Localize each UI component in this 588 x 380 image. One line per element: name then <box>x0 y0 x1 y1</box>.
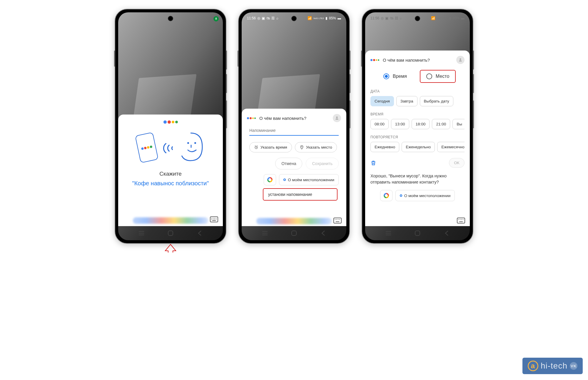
status-time: 11:56 <box>247 16 256 20</box>
time-pill[interactable]: 08:00 <box>370 119 389 129</box>
repeat-pill-monthly[interactable]: Ежемесячно <box>437 142 465 152</box>
android-nav-bar <box>242 226 346 240</box>
annotation-highlight-box: Место <box>420 70 456 83</box>
delete-icon[interactable] <box>370 160 376 166</box>
battery-label: 85% <box>452 16 460 20</box>
location-suggestion-chip[interactable]: О моём местоположении <box>395 190 455 201</box>
shopping-icon: 🛍 <box>266 16 270 20</box>
keyboard-icon[interactable] <box>210 216 218 223</box>
alarm-icon <box>254 145 258 149</box>
home-button[interactable] <box>291 230 297 236</box>
radio-time-option[interactable]: Время <box>379 70 411 83</box>
home-button[interactable] <box>167 230 174 236</box>
time-pill[interactable]: 18:00 <box>412 119 430 129</box>
chart-icon: ⛓ <box>395 16 398 20</box>
battery-label: 85% <box>329 16 336 20</box>
annotation-highlight-box: установи напоминание <box>263 188 338 201</box>
reminder-input[interactable] <box>249 135 339 136</box>
radio-place-option[interactable]: Место <box>421 71 455 82</box>
set-reminder-suggestion[interactable]: установи напоминание <box>264 189 316 199</box>
svg-rect-18 <box>334 218 341 223</box>
reminder-input-label: Напоминание <box>249 128 339 133</box>
date-section-label: ДАТА <box>370 89 465 93</box>
recents-button[interactable] <box>138 230 145 236</box>
date-options-row: Сегодня Завтра Выбрать дату <box>370 96 465 106</box>
shopping-icon: 🛍 <box>390 16 393 20</box>
back-button[interactable] <box>196 230 203 236</box>
set-time-chip[interactable]: Указать время <box>249 142 292 152</box>
date-pill-choose[interactable]: Выбрать дату <box>420 96 453 106</box>
google-g-icon <box>267 177 273 182</box>
reminder-sheet: О чём вам напомнить? Напоминание Указать… <box>242 109 346 226</box>
svg-point-1 <box>194 142 196 144</box>
network-label: VoG LTE2 <box>313 17 324 20</box>
location-dot-icon <box>283 179 286 181</box>
profile-avatar[interactable] <box>333 114 341 122</box>
sheet-title: О чём вам напомнить? <box>383 58 453 63</box>
phone-mockup-2: 11:56 ◎ ▣ 🛍 ⛓ ⌕ 📶 VoG LTE2 ▮ 85% ▬ <box>238 9 350 244</box>
assistant-illustration <box>132 131 209 163</box>
svg-rect-28 <box>457 218 465 223</box>
date-pill-tomorrow[interactable]: Завтра <box>396 96 417 106</box>
time-pill[interactable]: 21:00 <box>432 119 450 129</box>
reminder-detail-sheet: О чём вам напомнить? Время <box>365 51 470 226</box>
signal-icon: ▮ <box>325 16 328 20</box>
repeat-section-label: ПОВТОРЯЕТСЯ <box>370 135 465 139</box>
annotation-arrow-home <box>164 244 177 253</box>
svg-rect-37 <box>415 231 420 236</box>
google-assistant-logo <box>247 117 256 119</box>
keyboard-icon[interactable] <box>457 217 465 224</box>
ok-button[interactable]: OK <box>449 158 465 168</box>
svg-rect-3 <box>210 217 218 222</box>
set-place-chip[interactable]: Указать место <box>295 142 337 152</box>
assistant-response-text: Хорошо, "Вынеси мусор". Когда нужно отпр… <box>370 173 465 185</box>
profile-avatar[interactable] <box>456 56 465 64</box>
radio-unchecked-icon <box>426 73 432 79</box>
repeat-options-row: Ежедневно Еженедельно Ежемесячно <box>370 142 465 152</box>
camera-hole <box>291 16 297 21</box>
svg-point-0 <box>187 142 189 144</box>
google-g-icon <box>384 193 389 198</box>
sheet-title: О чём вам напомнить? <box>259 116 329 121</box>
gallery-icon: ▣ <box>385 16 388 20</box>
assistant-prompt-card: Скажите "Кофе навынос поблизости" <box>118 115 223 226</box>
signal-icon: ▮ <box>449 16 451 20</box>
voice-wave-indicator <box>256 218 332 224</box>
battery-icon: ▬ <box>338 16 341 20</box>
phone-mockup-1: Скажите "Кофе навынос поблизости" <box>115 9 226 244</box>
recents-button[interactable] <box>385 230 392 236</box>
recents-button[interactable] <box>262 230 268 236</box>
voice-wave-indicator <box>133 217 208 224</box>
chart-icon: ⛓ <box>271 16 275 20</box>
radio-checked-icon <box>383 73 389 79</box>
location-suggestion-chip[interactable]: О моём местоположении <box>279 174 339 185</box>
network-label: VoG LTE2 <box>437 17 447 20</box>
google-search-chip[interactable] <box>264 174 276 185</box>
back-button[interactable] <box>320 230 326 236</box>
android-nav-bar <box>365 226 470 240</box>
time-pill-partial[interactable]: Вы <box>452 119 465 129</box>
home-button[interactable] <box>414 230 421 236</box>
date-pill-today[interactable]: Сегодня <box>370 96 394 106</box>
camera-hole <box>415 16 420 21</box>
repeat-pill-daily[interactable]: Ежедневно <box>370 142 399 152</box>
time-pill[interactable]: 13:00 <box>391 119 409 129</box>
location-add-icon <box>300 145 304 149</box>
say-prompt-example: "Кофе навынос поблизости" <box>132 180 209 187</box>
location-dot-icon <box>400 194 402 197</box>
google-assistant-logo <box>163 120 178 124</box>
camera-hole <box>168 16 173 21</box>
gallery-icon: ▣ <box>262 16 265 20</box>
google-search-chip[interactable] <box>380 190 392 201</box>
instagram-icon: ◎ <box>381 16 384 20</box>
phone-mockup-3: 11:56 ◎ ▣ 🛍 ⛓ ⌕ 📶 VoG LTE2 ▮ 85% ▬ <box>362 9 473 244</box>
status-time: 11:56 <box>370 16 379 20</box>
keyboard-icon[interactable] <box>333 217 342 224</box>
search-icon: ⌕ <box>400 16 402 20</box>
svg-rect-16 <box>168 231 173 236</box>
save-button[interactable]: Сохранить <box>306 158 339 169</box>
cancel-button[interactable]: Отмена <box>275 158 302 169</box>
repeat-pill-weekly[interactable]: Еженедельно <box>402 142 435 152</box>
back-button[interactable] <box>443 230 450 236</box>
search-icon: ⌕ <box>276 16 278 20</box>
